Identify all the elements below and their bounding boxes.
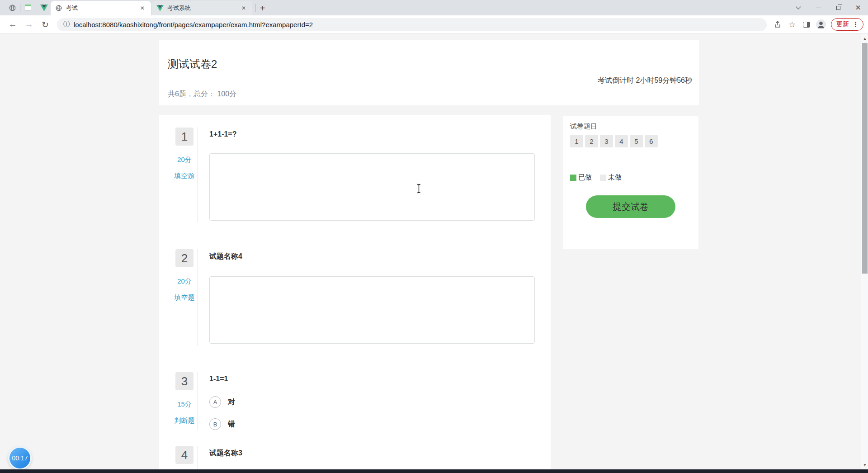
chrome-update-button[interactable]: 更新 ⋮	[831, 18, 863, 31]
legend-done-label: 已做	[578, 173, 592, 182]
menu-dots-icon[interactable]: ⋮	[852, 20, 859, 28]
legend-undone-swatch	[600, 175, 606, 181]
pinned-tab-vue[interactable]	[37, 0, 51, 15]
nav-question-3[interactable]: 3	[600, 135, 613, 147]
question-gap	[159, 430, 551, 446]
taskbar-edge	[0, 469, 868, 473]
answer-textarea-1[interactable]	[209, 153, 535, 221]
chevron-down-icon	[796, 4, 801, 9]
floating-timer-value: 00:17	[12, 454, 28, 462]
option-label: 错	[228, 420, 235, 429]
question-score: 15分	[177, 400, 192, 409]
browser-toolbar: ← → ↻ ⓘ localhost:8080/kaoshixitong/fron…	[0, 15, 868, 34]
window-controls: ✕	[788, 0, 868, 15]
question-number: 1	[175, 128, 193, 146]
question-1-content: 1+1-1=?	[198, 128, 551, 222]
sheet-icon	[25, 5, 31, 11]
option-a[interactable]: A 对	[209, 396, 535, 408]
text-cursor-icon	[416, 184, 422, 194]
tab-close-icon[interactable]: ✕	[240, 4, 248, 12]
question-4: 4 15分 判断题 试题名称3 A 对	[159, 446, 551, 469]
pinned-tabs	[0, 0, 51, 15]
restore-icon	[836, 6, 840, 10]
answer-textarea-2[interactable]	[209, 276, 535, 344]
nav-question-6[interactable]: 6	[645, 135, 658, 147]
question-title: 试题名称4	[209, 252, 535, 261]
close-window-button[interactable]: ✕	[848, 0, 868, 15]
tab-exam-system[interactable]: 考试系统 ✕	[152, 1, 252, 15]
scroll-up-icon[interactable]: ▲	[861, 34, 868, 43]
browser-tab-strip: 考试 ✕ 考试系统 ✕ + ✕	[0, 0, 868, 15]
option-letter-circle[interactable]: B	[209, 418, 221, 430]
option-letter-circle[interactable]: A	[209, 396, 221, 408]
question-title: 1+1-1=?	[209, 130, 535, 138]
tab-search-button[interactable]	[788, 0, 808, 15]
minimize-button[interactable]	[808, 0, 828, 15]
exam-summary: 共6题，总分： 100分	[168, 90, 236, 99]
side-panel-icon	[803, 22, 810, 28]
share-button[interactable]	[770, 18, 785, 31]
close-icon: ✕	[855, 4, 861, 12]
tab-close-icon[interactable]: ✕	[138, 4, 146, 12]
profile-button[interactable]	[814, 18, 828, 31]
question-4-content: 试题名称3 A 对	[198, 446, 551, 469]
page-scrollbar[interactable]: ▲ ▼	[861, 34, 868, 469]
vue-icon	[40, 5, 48, 11]
scrollbar-thumb[interactable]	[862, 43, 868, 274]
pinned-tab-sheet[interactable]	[21, 0, 35, 15]
option-label: 对	[228, 397, 235, 407]
nav-question-1[interactable]: 1	[570, 135, 583, 147]
nav-question-2[interactable]: 2	[585, 135, 598, 147]
tab-title: 考试系统	[167, 4, 240, 12]
floating-timer-widget[interactable]: 00:17	[8, 446, 32, 470]
exam-header-card: 测试试卷2 共6题，总分： 100分 考试倒计时 2小时59分钟56秒	[159, 40, 699, 105]
question-number-nav: 1 2 3 4 5 6	[570, 135, 691, 147]
question-title: 试题名称3	[209, 449, 535, 458]
forward-button[interactable]: →	[22, 18, 36, 31]
question-number: 2	[175, 249, 193, 267]
site-info-icon[interactable]: ⓘ	[63, 20, 70, 28]
question-2-rail: 2 20分 填空题	[159, 249, 198, 345]
scroll-down-icon[interactable]: ▼	[861, 460, 868, 469]
option-b[interactable]: B 错	[209, 418, 535, 430]
submit-exam-button[interactable]: 提交试卷	[586, 195, 675, 218]
question-3-content: 1-1=1 A 对 B 错	[198, 372, 551, 430]
question-3: 3 15分 判断题 1-1=1 A 对 B 错	[159, 372, 551, 430]
nav-question-5[interactable]: 5	[630, 135, 643, 147]
legend-done-swatch	[570, 175, 576, 181]
bookmark-button[interactable]: ☆	[785, 18, 799, 31]
address-bar[interactable]: ⓘ localhost:8080/kaoshixitong/front/page…	[57, 18, 767, 31]
question-title: 1-1=1	[209, 375, 535, 383]
pinned-divider	[36, 4, 36, 12]
paper-nav-card: 试卷题目 1 2 3 4 5 6 已做 未做 提交试卷	[563, 116, 698, 249]
question-4-rail: 4 15分 判断题	[159, 446, 198, 469]
legend-undone-label: 未做	[608, 173, 622, 182]
url-text: localhost:8080/kaoshixitong/front/pages/…	[74, 21, 313, 28]
side-panel-button[interactable]	[799, 18, 814, 31]
tab-exam[interactable]: 考试 ✕	[51, 1, 151, 15]
question-1-rail: 1 20分 填空题	[159, 128, 198, 222]
avatar-icon	[816, 19, 826, 30]
globe-icon	[55, 5, 62, 12]
question-2: 2 20分 填空题 试题名称4	[159, 249, 551, 345]
share-icon	[774, 20, 782, 28]
new-tab-button[interactable]: +	[255, 3, 271, 15]
question-type: 判断题	[175, 416, 195, 425]
exam-page: 测试试卷2 共6题，总分： 100分 考试倒计时 2小时59分钟56秒 1 20…	[0, 34, 868, 469]
pinned-tab-globe[interactable]	[5, 0, 19, 15]
nav-question-4[interactable]: 4	[615, 135, 628, 147]
questions-card: 1 20分 填空题 1+1-1=? 2 20分 填空题 试题名称4	[159, 115, 551, 469]
restore-button[interactable]	[828, 0, 848, 15]
question-1: 1 20分 填空题 1+1-1=?	[159, 128, 551, 222]
vue-icon	[156, 5, 164, 11]
question-gap	[159, 222, 551, 249]
minimize-icon	[816, 8, 821, 8]
reload-button[interactable]: ↻	[38, 18, 52, 31]
legend: 已做 未做	[570, 173, 691, 182]
exam-title: 测试试卷2	[168, 57, 217, 71]
back-button[interactable]: ←	[6, 18, 19, 31]
question-gap	[159, 345, 551, 372]
question-number: 4	[175, 446, 193, 464]
question-2-content: 试题名称4	[198, 249, 551, 345]
paper-nav-title: 试卷题目	[570, 122, 691, 131]
